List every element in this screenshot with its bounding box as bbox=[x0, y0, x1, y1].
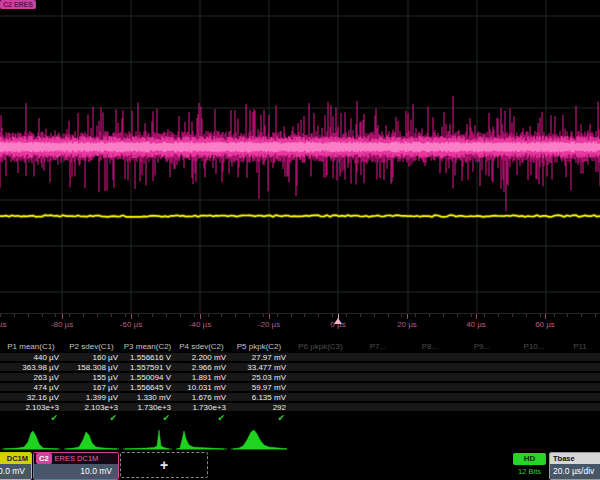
measure-value: 2.966 mV bbox=[174, 363, 229, 373]
waveform-traces bbox=[0, 0, 600, 313]
minor-ticks bbox=[0, 314, 600, 317]
measure-value bbox=[352, 403, 404, 413]
status-check-icon bbox=[508, 413, 560, 426]
tbase-label: Tbase bbox=[553, 453, 575, 464]
measure-row: 363.98 µV158.308 µV1.557591 V2.966 mV33.… bbox=[0, 363, 600, 373]
measure-value: 1.730e+3 bbox=[174, 403, 229, 413]
axis-major-tick bbox=[269, 314, 270, 319]
measure-value bbox=[352, 363, 404, 373]
axis-major-tick bbox=[476, 314, 477, 319]
measure-value: 363.98 µV bbox=[0, 363, 62, 373]
measure-value bbox=[508, 383, 560, 393]
param-header-p11[interactable]: P11 bbox=[560, 341, 600, 353]
histicon-p3 bbox=[121, 427, 174, 452]
param-header-p10[interactable]: P10... bbox=[508, 341, 560, 353]
measure-value bbox=[404, 353, 456, 363]
measure-value bbox=[456, 363, 508, 373]
status-check-icon: ✔ bbox=[174, 413, 229, 426]
measure-value: 160 µV bbox=[62, 353, 121, 363]
param-header-p1[interactable]: P1 mean(C1) bbox=[0, 341, 62, 353]
measure-value bbox=[289, 363, 352, 373]
waveform-display[interactable]: C2 ERES bbox=[0, 0, 600, 313]
measure-value: 25.03 mV bbox=[229, 373, 289, 383]
measure-value: 292 bbox=[229, 403, 289, 413]
measure-value: 1.676 mV bbox=[174, 393, 229, 403]
status-check-icon: ✔ bbox=[62, 413, 121, 426]
histicon-row bbox=[0, 427, 600, 452]
measure-value bbox=[560, 403, 600, 413]
axis-tick-label: -100 µs bbox=[0, 320, 23, 329]
histicon-p2 bbox=[62, 427, 121, 452]
measure-value: 1.556616 V bbox=[121, 353, 174, 363]
measure-value: 1.556645 V bbox=[121, 383, 174, 393]
add-trace-button[interactable]: + bbox=[120, 452, 208, 478]
time-axis: -100 µs-80 µs-60 µs-40 µs-20 µs0 µs20 µs… bbox=[0, 313, 600, 342]
axis-tick-label: 40 µs bbox=[446, 320, 506, 329]
measure-value bbox=[352, 393, 404, 403]
status-check-icon bbox=[289, 413, 352, 426]
measure-value bbox=[508, 363, 560, 373]
c2-label: C2 bbox=[36, 453, 52, 464]
measure-value: 158.308 µV bbox=[62, 363, 121, 373]
measure-row: 474 µV167 µV1.556645 V10.031 mV59.97 mV bbox=[0, 383, 600, 393]
measure-value bbox=[456, 393, 508, 403]
measure-value: 1.399 µV bbox=[62, 393, 121, 403]
channel-c2-descriptor[interactable]: C2 ERES DC1M 10.0 mV bbox=[33, 452, 119, 480]
param-header-p2[interactable]: P2 sdev(C1) bbox=[62, 341, 121, 353]
histicon-p5 bbox=[229, 427, 289, 452]
measure-value: 6.135 mV bbox=[229, 393, 289, 403]
measure-value: 155 µV bbox=[62, 373, 121, 383]
measure-value: 2.103e+3 bbox=[0, 403, 62, 413]
measure-value bbox=[289, 403, 352, 413]
histicon-empty bbox=[289, 427, 600, 452]
axis-tick-label: 20 µs bbox=[377, 320, 437, 329]
param-header-p9[interactable]: P9... bbox=[456, 341, 508, 353]
measure-value: 1.557591 V bbox=[121, 363, 174, 373]
measure-value bbox=[560, 373, 600, 383]
axis-major-tick bbox=[200, 314, 201, 319]
c1-vdiv: 10.0 mV bbox=[0, 464, 31, 479]
measure-value bbox=[404, 373, 456, 383]
measure-value: 167 µV bbox=[62, 383, 121, 393]
measure-value bbox=[560, 353, 600, 363]
measure-value bbox=[456, 353, 508, 363]
measure-value bbox=[289, 383, 352, 393]
param-header-p3[interactable]: P3 mean(C2) bbox=[121, 341, 174, 353]
axis-major-tick bbox=[545, 314, 546, 319]
tbase-value: 20.0 µs/div bbox=[550, 464, 600, 479]
axis-tick-label: -20 µs bbox=[239, 320, 299, 329]
measure-value bbox=[404, 383, 456, 393]
measure-value bbox=[560, 393, 600, 403]
measure-value bbox=[404, 393, 456, 403]
measure-value bbox=[352, 353, 404, 363]
status-check-icon: ✔ bbox=[229, 413, 289, 426]
measure-value bbox=[352, 373, 404, 383]
measure-value bbox=[404, 403, 456, 413]
measure-value: 440 µV bbox=[0, 353, 62, 363]
measure-value bbox=[289, 353, 352, 363]
histicon-p1 bbox=[0, 427, 62, 452]
measure-value: 10.031 mV bbox=[174, 383, 229, 393]
status-check-icon bbox=[456, 413, 508, 426]
measure-value bbox=[508, 393, 560, 403]
trace-label-badge: C2 ERES bbox=[0, 0, 36, 9]
hd-mode-badge[interactable]: HD bbox=[513, 453, 546, 465]
c1-coupling: DC1M bbox=[7, 453, 28, 464]
param-header-p7[interactable]: P7... bbox=[352, 341, 404, 353]
param-header-p8[interactable]: P8... bbox=[404, 341, 456, 353]
measure-value: 27.97 mV bbox=[229, 353, 289, 363]
measure-table: P1 mean(C1)P2 sdev(C1)P3 mean(C2)P4 sdev… bbox=[0, 341, 600, 426]
measure-value: 1.891 mV bbox=[174, 373, 229, 383]
param-header-p4[interactable]: P4 sdev(C2) bbox=[174, 341, 229, 353]
measure-row: 32.16 µV1.399 µV1.330 mV1.676 mV6.135 mV bbox=[0, 393, 600, 403]
param-header-p6[interactable]: P6 pkpk(C3) bbox=[289, 341, 352, 353]
timebase-descriptor[interactable]: Tbase 20.0 µs/div bbox=[549, 452, 600, 480]
measure-value bbox=[456, 403, 508, 413]
param-header-p5[interactable]: P5 pkpk(C2) bbox=[229, 341, 289, 353]
measure-row: 440 µV160 µV1.556616 V2.200 mV27.97 mV bbox=[0, 353, 600, 363]
measure-row: 263 µV155 µV1.550094 V1.891 mV25.03 mV bbox=[0, 373, 600, 383]
status-check-icon bbox=[404, 413, 456, 426]
channel-c1-descriptor[interactable]: C1 DC1M 10.0 mV bbox=[0, 452, 32, 480]
trigger-time-marker-icon[interactable] bbox=[334, 318, 342, 324]
axis-tick-label: -80 µs bbox=[32, 320, 92, 329]
